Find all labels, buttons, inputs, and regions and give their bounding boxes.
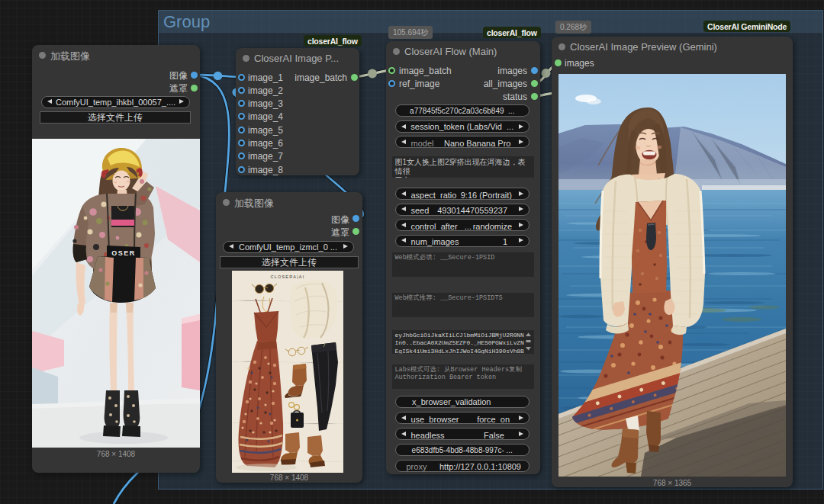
svg-text:CLOSERA|AI: CLOSERA|AI	[271, 274, 305, 279]
svg-text:OSER: OSER	[111, 249, 136, 257]
